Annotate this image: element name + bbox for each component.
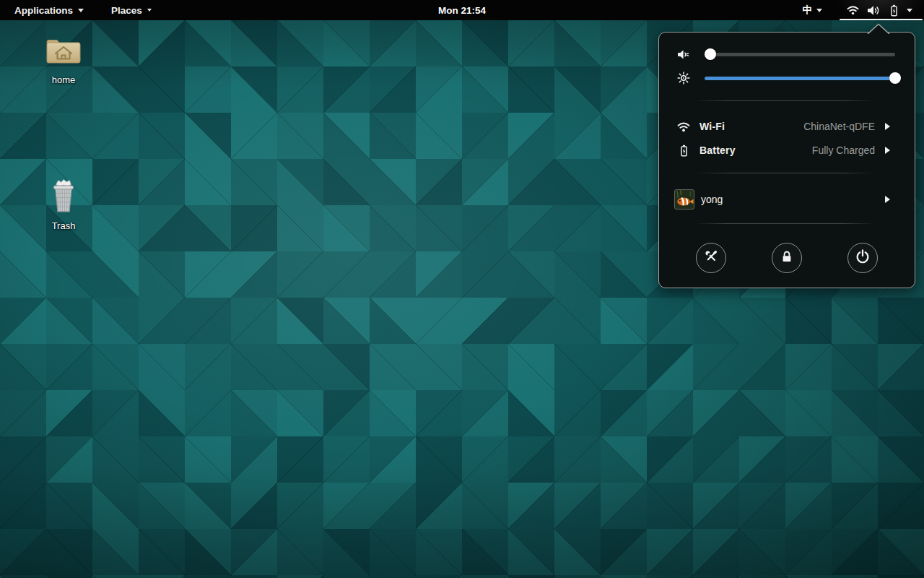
volume-icon <box>867 5 881 16</box>
chevron-down-icon <box>907 9 912 12</box>
volume-slider-track <box>705 53 895 56</box>
places-label: Places <box>111 5 142 16</box>
volume-slider[interactable] <box>705 48 895 60</box>
chevron-down-icon <box>816 9 822 12</box>
applications-label: Applications <box>14 5 73 16</box>
screen: home Trash Application <box>0 0 924 578</box>
wifi-icon <box>675 121 692 132</box>
settings-button[interactable] <box>696 243 726 273</box>
chevron-down-icon <box>147 9 152 12</box>
input-method-label: 中 <box>803 4 813 17</box>
brightness-icon <box>675 72 692 85</box>
menu-separator <box>695 173 875 173</box>
volume-slider-knob[interactable] <box>705 48 716 60</box>
lock-button[interactable] <box>772 243 802 273</box>
submenu-arrow-icon <box>885 123 890 130</box>
input-method-indicator[interactable]: 中 <box>796 0 830 20</box>
user-avatar <box>675 190 694 209</box>
battery-label: Battery <box>699 144 736 156</box>
applications-menu-button[interactable]: Applications <box>6 0 92 20</box>
wifi-icon <box>847 5 859 15</box>
clock-label: Mon 21:54 <box>438 5 486 16</box>
wifi-status: ChinaNet-qDFE <box>803 121 875 132</box>
battery-charging-icon <box>675 144 692 157</box>
brightness-slider-track <box>705 77 895 80</box>
trash-icon-label: Trash <box>52 220 76 231</box>
volume-slider-row <box>675 43 899 66</box>
lock-icon <box>780 249 794 267</box>
popup-arrow <box>867 23 890 34</box>
tray-active-underline <box>840 19 923 20</box>
system-actions-row <box>659 243 915 273</box>
user-menu-item[interactable]: yong <box>675 184 899 215</box>
trash-icon <box>48 178 79 217</box>
power-icon <box>855 249 871 267</box>
chevron-down-icon <box>78 9 84 12</box>
submenu-arrow-icon <box>885 147 890 154</box>
battery-icon <box>889 4 899 17</box>
brightness-slider-fill <box>705 77 895 80</box>
brightness-slider[interactable] <box>705 72 895 84</box>
wifi-label: Wi-Fi <box>699 121 725 132</box>
top-bar-right: 中 <box>796 0 924 20</box>
submenu-arrow-icon <box>885 196 890 203</box>
power-button[interactable] <box>847 243 878 273</box>
battery-status: Fully Charged <box>812 144 875 156</box>
desktop-icon-trash[interactable]: Trash <box>33 178 94 231</box>
wifi-menu-item[interactable]: Wi-Fi ChinaNet-qDFE <box>675 115 899 138</box>
top-bar: Applications Places Mon 21:54 中 <box>0 0 924 20</box>
menu-separator <box>695 223 875 224</box>
system-menu: Wi-Fi ChinaNet-qDFE Battery Fully Charge… <box>658 32 915 288</box>
home-icon-label: home <box>52 74 76 85</box>
volume-low-icon <box>675 49 692 60</box>
places-menu-button[interactable]: Places <box>103 0 160 20</box>
clock[interactable]: Mon 21:54 <box>431 0 493 20</box>
system-tray-button[interactable] <box>838 0 924 20</box>
brightness-slider-row <box>675 66 899 90</box>
home-folder-icon <box>43 35 84 71</box>
brightness-slider-knob[interactable] <box>889 72 901 84</box>
battery-menu-item[interactable]: Battery Fully Charged <box>675 139 899 162</box>
settings-tools-icon <box>703 249 719 267</box>
desktop-icon-home[interactable]: home <box>33 35 94 85</box>
menu-separator <box>695 100 875 101</box>
top-bar-left: Applications Places <box>0 0 160 20</box>
user-name: yong <box>701 194 723 205</box>
